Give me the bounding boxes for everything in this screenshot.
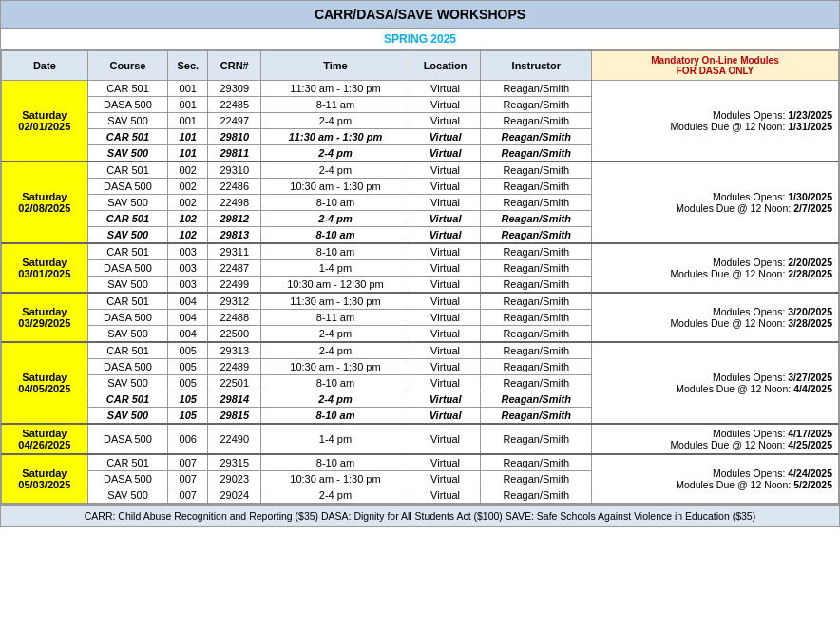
location-cell: Virtual [410, 342, 481, 359]
header-instructor: Instructor [481, 51, 592, 81]
course-cell: DASA 500 [87, 310, 168, 326]
crn-cell: 29815 [208, 408, 261, 425]
sec-cell: 002 [168, 162, 208, 179]
crn-cell: 22486 [208, 179, 261, 195]
time-cell: 10:30 am - 12:30 pm [261, 277, 410, 294]
time-cell: 2-4 pm [261, 145, 410, 162]
course-cell: SAV 500 [87, 408, 168, 425]
date-cell: Saturday02/08/2025 [2, 162, 88, 243]
sec-cell: 005 [168, 342, 208, 359]
sec-cell: 007 [168, 487, 208, 504]
sec-cell: 101 [168, 145, 208, 162]
date-cell: Saturday05/03/2025 [2, 454, 88, 504]
course-cell: DASA 500 [87, 260, 168, 277]
instructor-cell: Reagan/Smith [481, 293, 592, 310]
table-row: Saturday05/03/2025CAR 501007293158-10 am… [2, 454, 839, 471]
course-cell: SAV 500 [87, 326, 168, 343]
crn-cell: 29310 [208, 162, 261, 179]
instructor-cell: Reagan/Smith [481, 454, 592, 471]
time-cell: 8-10 am [261, 195, 410, 211]
sec-cell: 007 [168, 454, 208, 471]
sec-cell: 005 [168, 359, 208, 375]
crn-cell: 22485 [208, 97, 261, 113]
instructor-cell: Reagan/Smith [481, 179, 592, 195]
crn-cell: 22487 [208, 260, 261, 277]
time-cell: 10:30 am - 1:30 pm [261, 471, 410, 487]
location-cell: Virtual [410, 195, 481, 211]
date-cell: Saturday02/01/2025 [2, 81, 88, 162]
instructor-cell: Reagan/Smith [481, 162, 592, 179]
crn-cell: 29812 [208, 211, 261, 227]
course-cell: SAV 500 [87, 277, 168, 294]
crn-cell: 29810 [208, 129, 261, 145]
header-crn: CRN# [208, 51, 261, 81]
course-cell: SAV 500 [87, 145, 168, 162]
location-cell: Virtual [410, 145, 481, 162]
sec-cell: 004 [168, 310, 208, 326]
course-cell: SAV 500 [87, 227, 168, 244]
course-cell: SAV 500 [87, 375, 168, 391]
sec-cell: 101 [168, 129, 208, 145]
sec-cell: 003 [168, 260, 208, 277]
location-cell: Virtual [410, 179, 481, 195]
course-cell: CAR 501 [87, 81, 168, 97]
crn-cell: 29311 [208, 243, 261, 260]
header-date: Date [2, 51, 88, 81]
time-cell: 8-11 am [261, 310, 410, 326]
main-title: CARR/DASA/SAVE WORKSHOPS [1, 1, 839, 29]
location-cell: Virtual [410, 454, 481, 471]
instructor-cell: Reagan/Smith [481, 227, 592, 244]
location-cell: Virtual [410, 260, 481, 277]
time-cell: 2-4 pm [261, 487, 410, 504]
crn-cell: 22490 [208, 424, 261, 454]
crn-cell: 29312 [208, 293, 261, 310]
modules-cell: Modules Opens: 4/24/2025Modules Due @ 12… [592, 454, 839, 504]
location-cell: Virtual [410, 81, 481, 97]
course-cell: CAR 501 [87, 243, 168, 260]
time-cell: 1-4 pm [261, 260, 410, 277]
instructor-cell: Reagan/Smith [481, 145, 592, 162]
sec-cell: 004 [168, 326, 208, 343]
table-row: Saturday04/05/2025CAR 501005293132-4 pmV… [2, 342, 839, 359]
sec-cell: 003 [168, 277, 208, 294]
time-cell: 2-4 pm [261, 391, 410, 408]
table-row: Saturday03/29/2025CAR 5010042931211:30 a… [2, 293, 839, 310]
date-cell: Saturday04/26/2025 [2, 424, 88, 454]
instructor-cell: Reagan/Smith [481, 195, 592, 211]
table-row: Saturday04/26/2025DASA 500006224901-4 pm… [2, 424, 839, 454]
sec-cell: 001 [168, 81, 208, 97]
time-cell: 8-10 am [261, 454, 410, 471]
modules-cell: Modules Opens: 4/17/2025Modules Due @ 12… [592, 424, 839, 454]
date-cell: Saturday04/05/2025 [2, 342, 88, 424]
instructor-cell: Reagan/Smith [481, 243, 592, 260]
sec-cell: 102 [168, 227, 208, 244]
location-cell: Virtual [410, 211, 481, 227]
course-cell: CAR 501 [87, 391, 168, 408]
location-cell: Virtual [410, 391, 481, 408]
location-cell: Virtual [410, 375, 481, 391]
instructor-cell: Reagan/Smith [481, 342, 592, 359]
time-cell: 8-10 am [261, 243, 410, 260]
table-row: Saturday02/01/2025CAR 5010012930911:30 a… [2, 81, 839, 97]
time-cell: 8-10 am [261, 227, 410, 244]
instructor-cell: Reagan/Smith [481, 359, 592, 375]
crn-cell: 29309 [208, 81, 261, 97]
workshops-table: Date Course Sec. CRN# Time Location Inst… [1, 50, 839, 504]
header-sec: Sec. [168, 51, 208, 81]
crn-cell: 22497 [208, 113, 261, 129]
time-cell: 2-4 pm [261, 342, 410, 359]
instructor-cell: Reagan/Smith [481, 375, 592, 391]
instructor-cell: Reagan/Smith [481, 81, 592, 97]
course-cell: DASA 500 [87, 471, 168, 487]
time-cell: 10:30 am - 1:30 pm [261, 359, 410, 375]
table-header-row: Date Course Sec. CRN# Time Location Inst… [2, 51, 839, 81]
course-cell: CAR 501 [87, 454, 168, 471]
crn-cell: 22488 [208, 310, 261, 326]
location-cell: Virtual [410, 326, 481, 343]
subtitle: SPRING 2025 [1, 29, 839, 50]
header-course: Course [87, 51, 168, 81]
crn-cell: 29814 [208, 391, 261, 408]
modules-cell: Modules Opens: 1/23/2025Modules Due @ 12… [592, 81, 839, 162]
crn-cell: 22498 [208, 195, 261, 211]
date-cell: Saturday03/01/2025 [2, 243, 88, 293]
